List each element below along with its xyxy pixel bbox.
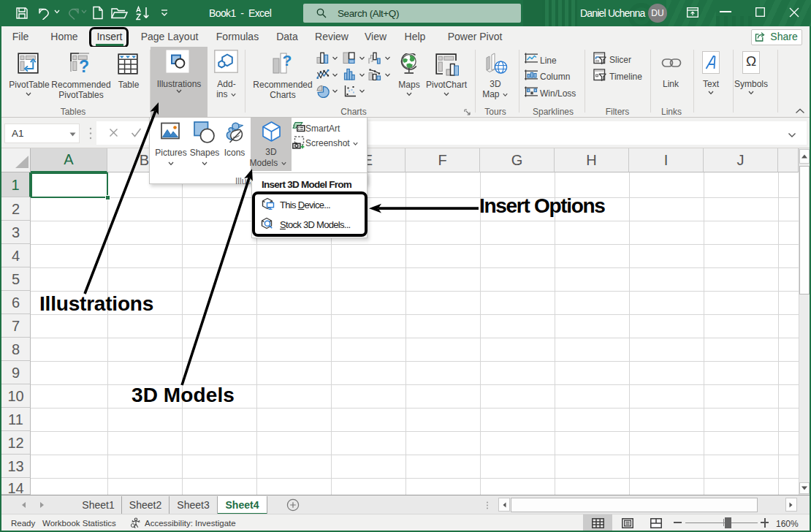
svg-text:?: ? (79, 57, 89, 75)
svg-text:?: ? (283, 53, 292, 69)
